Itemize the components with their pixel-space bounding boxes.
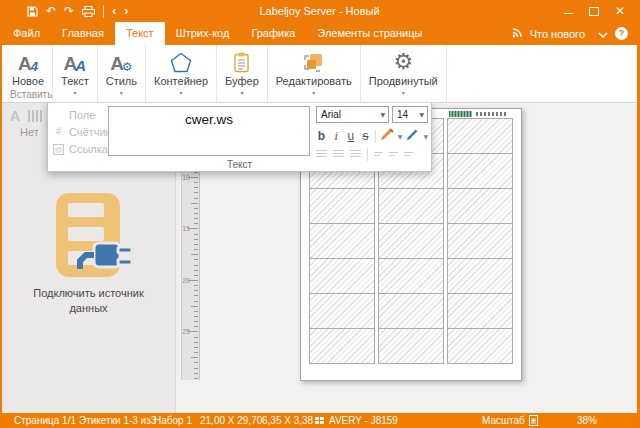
status-set: Набор 1 xyxy=(154,413,192,428)
chevron-down-icon: ▼ xyxy=(419,111,427,118)
ribbon-button-buffer[interactable]: Буфер ▾ xyxy=(217,45,268,102)
ribbon-button-text[interactable]: AA Текст ▾ xyxy=(53,45,98,102)
no-source-label: Нет xyxy=(20,126,39,138)
collapse-ribbon-icon[interactable] xyxy=(598,28,608,40)
status-page-size: 21,00 X 29,70 xyxy=(200,413,262,428)
maximize-icon[interactable] xyxy=(589,7,599,16)
ruler-label: 25 xyxy=(182,328,190,335)
tiny-text[interactable] xyxy=(476,112,507,116)
status-page: Страница 1/1 xyxy=(14,413,76,428)
chevron-down-icon[interactable]: ▼ xyxy=(423,133,428,140)
help-icon[interactable]: ? xyxy=(615,27,628,40)
status-bar: Страница 1/1 Этикетки 1-3 из3 Набор 1 21… xyxy=(2,413,637,428)
font-family-select[interactable]: Arial ▼ xyxy=(316,106,389,123)
divider xyxy=(375,130,376,143)
status-label-size: 6,35 X 3,38 xyxy=(262,413,313,428)
highlight-pen-icon[interactable] xyxy=(380,127,394,145)
label-cell[interactable] xyxy=(447,223,513,259)
database-plug-icon[interactable] xyxy=(44,191,136,289)
label-cell[interactable] xyxy=(309,223,375,259)
label-cell[interactable] xyxy=(447,188,513,224)
tab-файл[interactable]: Файл xyxy=(2,22,51,45)
label-text-input[interactable]: cwer.ws xyxy=(108,106,310,156)
ruler-label: 15 xyxy=(182,225,190,232)
valign-bottom-icon[interactable] xyxy=(404,151,413,158)
ribbon-button-style[interactable]: A⚙ Стиль ▾ xyxy=(98,45,146,102)
align-center-icon[interactable] xyxy=(333,150,344,159)
label-cell[interactable] xyxy=(447,293,513,329)
ribbon-group-label: Вставить xyxy=(10,89,52,100)
tab-графика[interactable]: Графика xyxy=(240,22,306,45)
label-cell[interactable] xyxy=(378,223,444,259)
label-cell[interactable] xyxy=(378,328,444,364)
clipboard-icon xyxy=(233,48,250,73)
nav-back-icon[interactable]: ‹ xyxy=(112,5,116,17)
rss-icon xyxy=(512,27,523,40)
main-area: A Нет Под xyxy=(2,103,637,413)
label-cell[interactable] xyxy=(309,328,375,364)
label-cell[interactable] xyxy=(447,153,513,189)
flyout-item-link[interactable]: @Ссылка xyxy=(53,140,110,157)
zoom-width-icon[interactable] xyxy=(529,415,538,428)
label-cell[interactable] xyxy=(447,118,513,154)
ruler-label: 10 xyxy=(182,174,190,181)
status-zoom-label: Масштаб xyxy=(482,413,525,428)
status-labels-range: Этикетки 1-3 из3 xyxy=(79,413,156,428)
minimize-icon[interactable] xyxy=(564,13,573,14)
ribbon-button-container[interactable]: Контейнер ▾ xyxy=(146,45,217,102)
label-cell[interactable] xyxy=(309,188,375,224)
ribbon-button-edit[interactable]: Редактировать ▾ xyxy=(268,45,361,102)
container-icon xyxy=(170,48,192,73)
labeljoy-window: ↶ ↷ ‹ › Labeljoy Server - Новый ✕ ФайлГл… xyxy=(0,0,640,428)
link-icon: @ xyxy=(53,143,64,155)
tab-штрих-код[interactable]: Штрих-код xyxy=(165,22,241,45)
whats-new-link[interactable]: Что нового xyxy=(530,28,585,40)
color-pen-icon[interactable] xyxy=(406,127,419,145)
style-icon: A⚙ xyxy=(110,48,133,73)
close-icon[interactable]: ✕ xyxy=(615,5,625,17)
label-cell[interactable] xyxy=(309,258,375,294)
flyout-item-counter[interactable]: #Счётчик xyxy=(53,123,110,140)
flyout-field-list: Поле#Счётчик@Ссылка xyxy=(53,106,110,157)
italic-button[interactable]: i xyxy=(331,129,342,143)
label-cell[interactable] xyxy=(309,293,375,329)
strikethrough-button[interactable]: s xyxy=(360,129,371,143)
title-bar: ↶ ↷ ‹ › Labeljoy Server - Новый ✕ xyxy=(2,0,637,22)
status-template[interactable]: AVERY - J8159 xyxy=(329,413,398,428)
underline-button[interactable]: u xyxy=(345,129,356,143)
valign-top-icon[interactable] xyxy=(374,151,383,158)
ribbon-button-advanced[interactable]: ⚙ Продвинутый ▾ xyxy=(361,45,447,102)
tab-элементы-страницы[interactable]: Элементы страницы xyxy=(306,22,433,45)
align-left-icon[interactable] xyxy=(316,150,327,159)
connect-data-source-label[interactable]: Подключить источник данных xyxy=(22,286,155,316)
label-cell[interactable] xyxy=(378,188,444,224)
redo-icon[interactable]: ↷ xyxy=(64,5,74,17)
label-cell[interactable] xyxy=(447,328,513,364)
disabled-barcode-icon xyxy=(28,110,44,122)
chevron-down-icon[interactable]: ▼ xyxy=(398,133,403,140)
align-right-icon[interactable] xyxy=(350,150,361,159)
flyout-item-field[interactable]: Поле xyxy=(53,106,110,123)
font-controls: Arial ▼ 14 ▼ b i u s xyxy=(316,106,428,161)
tab-текст[interactable]: Текст xyxy=(115,22,165,45)
label-cell[interactable] xyxy=(378,258,444,294)
bold-button[interactable]: b xyxy=(316,129,327,143)
new-text-icon: A4 xyxy=(18,48,38,73)
text-icon: AA xyxy=(64,48,87,73)
nav-forward-icon[interactable]: › xyxy=(124,5,128,17)
barcode-green[interactable] xyxy=(449,111,472,117)
gear-icon: ⚙ xyxy=(393,48,413,73)
font-size-select[interactable]: 14 ▼ xyxy=(392,106,428,123)
label-cell[interactable] xyxy=(447,258,513,294)
ribbon-tabs: ФайлГлавнаяТекстШтрих-кодГрафикаЭлементы… xyxy=(2,22,637,45)
undo-icon[interactable]: ↶ xyxy=(46,5,56,17)
label-cell[interactable] xyxy=(378,293,444,329)
tab-главная[interactable]: Главная xyxy=(51,22,115,45)
toolbar-divider xyxy=(103,5,104,18)
valign-middle-icon[interactable] xyxy=(389,151,398,158)
status-zoom-value[interactable]: 38% xyxy=(577,413,597,428)
edit-icon xyxy=(303,48,324,73)
save-icon[interactable] xyxy=(27,6,38,17)
window-controls: ✕ xyxy=(564,5,625,17)
print-icon[interactable] xyxy=(82,6,95,17)
